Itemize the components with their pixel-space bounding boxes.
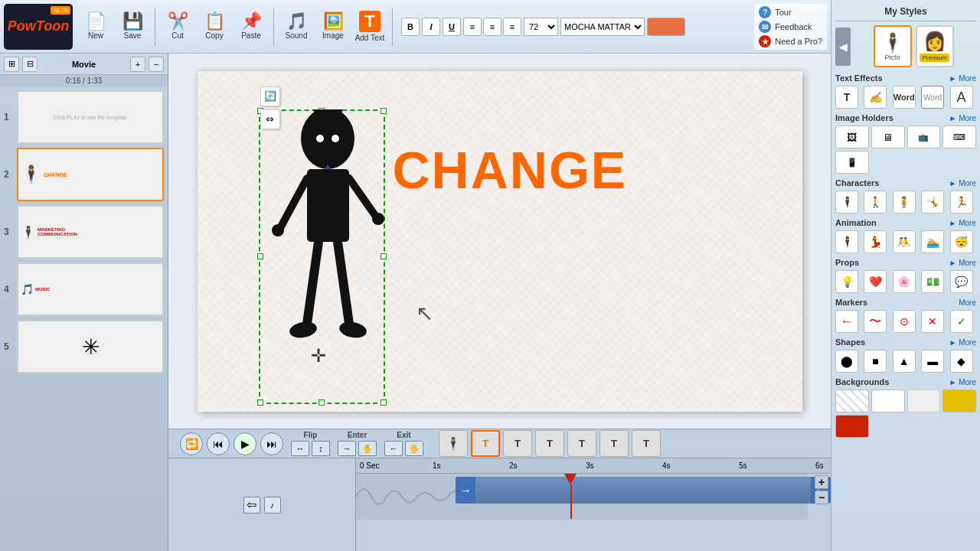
te-item-5[interactable]: A: [950, 86, 973, 109]
slide-1-thumb[interactable]: Click PLAY to see the template: [17, 90, 164, 144]
bg-item-1[interactable]: [835, 390, 869, 412]
te-item-3[interactable]: Word: [893, 86, 916, 109]
anim-item-4[interactable]: 🏊: [921, 230, 944, 253]
shape-item-triangle[interactable]: ▲: [893, 350, 916, 373]
slides-view-btn-2[interactable]: ⊟: [22, 57, 38, 72]
timeline-note-icon[interactable]: ♪: [264, 497, 281, 514]
char-item-5[interactable]: 🏃: [950, 191, 973, 214]
prop-item-2[interactable]: ❤️: [864, 270, 887, 293]
feedback-button[interactable]: ✉ Feedback: [759, 21, 822, 33]
characters-more[interactable]: ► More: [949, 179, 976, 187]
bg-item-2[interactable]: [871, 390, 905, 412]
anim-item-5[interactable]: 😴: [950, 230, 973, 253]
char-item-1[interactable]: 🕴: [835, 191, 858, 214]
need-pro-button[interactable]: ★ Need a Pro?: [759, 35, 822, 47]
timeline-left-arrow[interactable]: ⇦: [243, 497, 260, 514]
thumb-t5[interactable]: T: [599, 430, 629, 457]
slide-canvas[interactable]: 🔄 ⇔: [198, 71, 802, 412]
image-button[interactable]: 🖼️ Image: [315, 5, 351, 48]
style-picto[interactable]: 🕴 Picto: [874, 25, 912, 67]
thumb-t2[interactable]: T: [503, 430, 532, 457]
handle-ml[interactable]: [257, 253, 263, 259]
slide-2-item[interactable]: 2 🕴 CHANGE: [4, 148, 164, 201]
shape-item-circle[interactable]: ⬤: [835, 350, 858, 373]
slide-3-item[interactable]: 3 🕴 MARKETING COMMUNICATION: [4, 205, 164, 259]
shape-item-rect[interactable]: ▬: [921, 350, 944, 373]
shapes-more[interactable]: ► More: [949, 338, 976, 347]
exit-left-btn[interactable]: ←: [384, 441, 403, 456]
marker-item-3[interactable]: ⊙: [893, 310, 916, 333]
slide-3-thumb[interactable]: 🕴 MARKETING COMMUNICATION: [17, 205, 164, 259]
loop-button[interactable]: 🔁: [180, 432, 203, 455]
markers-more[interactable]: More: [959, 298, 976, 307]
ih-item-2[interactable]: 🖥: [871, 126, 905, 148]
slide-1-item[interactable]: 1 Click PLAY to see the template: [4, 90, 164, 144]
char-item-4[interactable]: 🤸: [921, 191, 944, 214]
shape-item-square[interactable]: ■: [864, 350, 887, 373]
anim-item-2[interactable]: 💃: [864, 230, 887, 253]
rotate-icon-btn[interactable]: 🔄: [260, 86, 280, 106]
text-color-picker[interactable]: [647, 18, 685, 36]
zoom-out-btn[interactable]: −: [815, 491, 828, 504]
clip-left-arrow[interactable]: →: [456, 477, 475, 504]
flip-v-btn[interactable]: ↕: [312, 441, 330, 456]
bg-item-4[interactable]: [942, 390, 976, 412]
slide-5-item[interactable]: 5 ✳: [4, 320, 164, 373]
paste-button[interactable]: 📌 Paste: [234, 5, 269, 48]
bg-item-5[interactable]: [835, 415, 869, 438]
thumb-t6[interactable]: T: [632, 430, 661, 457]
align-left-button[interactable]: ≡: [463, 18, 482, 36]
shape-item-diamond[interactable]: ◆: [950, 350, 973, 373]
marker-item-1[interactable]: ←: [835, 310, 858, 333]
cut-button[interactable]: ✂️ Cut: [160, 5, 195, 48]
style-premium[interactable]: 👩 Premium: [916, 25, 954, 67]
tour-button[interactable]: ? Tour: [759, 6, 822, 18]
image-holders-more[interactable]: ► More: [949, 114, 976, 122]
italic-button[interactable]: I: [422, 18, 440, 36]
anim-item-1[interactable]: 🕴: [835, 230, 858, 253]
align-center-button[interactable]: ≡: [483, 18, 501, 36]
thumb-t4[interactable]: T: [567, 430, 596, 457]
marker-item-5[interactable]: ✓: [950, 310, 973, 333]
slide-5-thumb[interactable]: ✳: [17, 320, 164, 373]
thumb-t3[interactable]: T: [535, 430, 564, 457]
slide-2-thumb[interactable]: 🕴 CHANGE: [17, 148, 164, 201]
marker-item-4[interactable]: ✕: [921, 310, 944, 333]
step-forward-button[interactable]: ⏭: [260, 432, 283, 455]
prop-item-4[interactable]: 💵: [921, 270, 944, 293]
add-slide-btn[interactable]: +: [130, 57, 145, 72]
copy-button[interactable]: 📋 Copy: [197, 5, 232, 48]
char-item-2[interactable]: 🚶: [864, 191, 887, 214]
anim-item-3[interactable]: 🤼: [893, 230, 916, 253]
prop-item-1[interactable]: 💡: [835, 270, 858, 293]
backgrounds-more[interactable]: ► More: [949, 378, 976, 386]
timeline-tracks[interactable]: 0 Sec 1s 2s 3s 4s 5s 6s 7s: [356, 458, 831, 551]
ih-item-4[interactable]: ⌨: [942, 126, 976, 148]
font-size-select[interactable]: 72 48 36 24: [524, 18, 558, 36]
animation-more[interactable]: ► More: [949, 219, 976, 227]
slide-4-item[interactable]: 4 🎵 MUSIC: [4, 262, 164, 316]
stick-figure-svg[interactable]: ✛: [265, 109, 391, 408]
enter-hand-btn[interactable]: ✋: [358, 441, 377, 456]
canvas-container[interactable]: 🔄 ⇔: [168, 54, 831, 429]
bg-item-3[interactable]: [907, 390, 941, 412]
ih-item-3[interactable]: 📺: [907, 126, 941, 148]
bold-button[interactable]: B: [401, 18, 420, 36]
te-item-2[interactable]: ✍: [864, 86, 887, 109]
zoom-in-btn[interactable]: +: [815, 475, 828, 489]
styles-nav-left[interactable]: ◀: [835, 28, 851, 66]
thumb-figure[interactable]: 🕴: [439, 430, 468, 457]
align-right-button[interactable]: ≡: [503, 18, 521, 36]
font-family-select[interactable]: MOCHA MATTARI Arial: [560, 18, 645, 36]
char-item-3[interactable]: 🧍: [893, 191, 916, 214]
play-button[interactable]: ▶: [234, 432, 256, 455]
enter-right-btn[interactable]: →: [338, 441, 356, 456]
text-effects-more[interactable]: ► More: [949, 74, 976, 83]
underline-button[interactable]: U: [443, 18, 461, 36]
ih-item-5[interactable]: 📱: [835, 151, 869, 174]
marker-item-2[interactable]: 〜: [864, 310, 887, 333]
flip-h-btn[interactable]: ↔: [291, 441, 309, 456]
ih-item-1[interactable]: 🖼: [835, 126, 869, 148]
sound-button[interactable]: 🎵 Sound: [279, 5, 314, 48]
track-clip[interactable]: → ←: [456, 477, 831, 504]
